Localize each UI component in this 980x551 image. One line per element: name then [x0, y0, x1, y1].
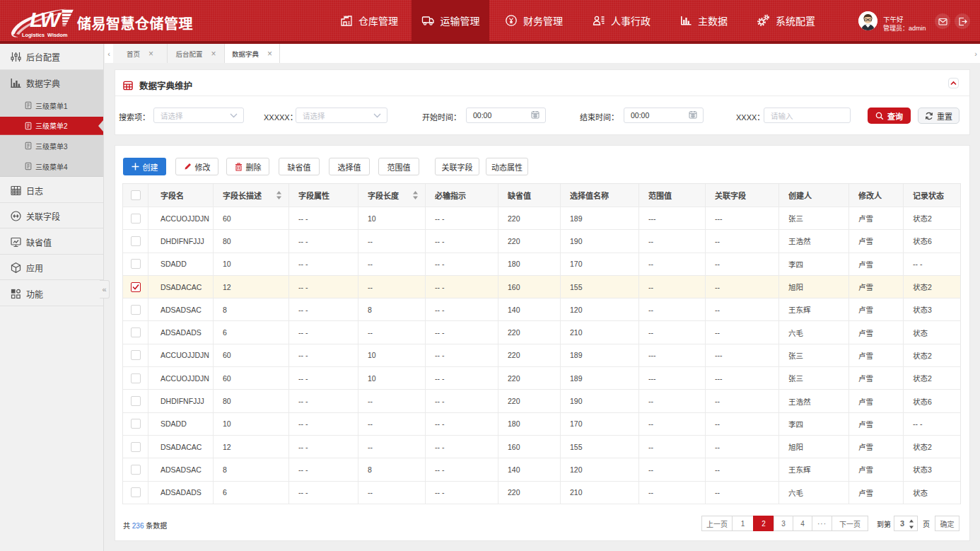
- svg-text:LW: LW: [30, 8, 62, 31]
- svg-text:Logistics Wisdom: Logistics Wisdom: [22, 32, 68, 38]
